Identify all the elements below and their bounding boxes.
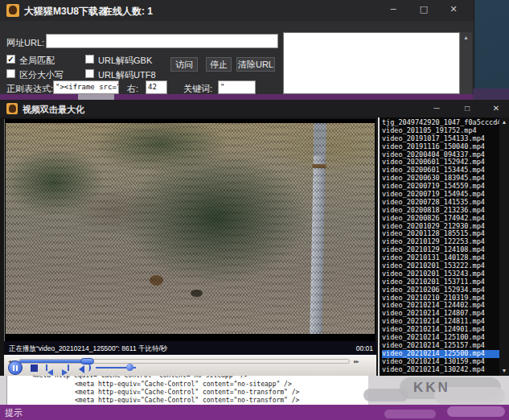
list-item[interactable]: video_20191116_150040.mp4 <box>382 143 499 151</box>
list-item[interactable]: video_20200826_174942.mp4 <box>382 215 499 223</box>
list-item[interactable]: video_20210214_125100.mp4 <box>382 334 499 342</box>
checkbox-case-sensitive[interactable] <box>6 69 15 78</box>
keyword-label: 关键词: <box>183 83 212 95</box>
code-line: <meta http-equiv="Cache-Control" content… <box>7 389 368 397</box>
seek-progress <box>19 360 85 363</box>
keyword-input[interactable]: " <box>218 80 256 94</box>
watermark-blob <box>363 389 408 401</box>
stop-playback-button[interactable] <box>31 364 38 372</box>
checkbox-global-match-label: 全局匹配 <box>19 55 55 67</box>
regex-label: 正则表达式: <box>6 83 53 95</box>
list-item[interactable]: video_20191017_154133.mp4 <box>382 135 499 143</box>
strip-segment <box>78 94 114 100</box>
checkbox-url-decode-gbk-label: URL解码GBK <box>98 55 152 67</box>
clear-url-button[interactable]: 清除URL <box>236 57 275 72</box>
minimize-icon[interactable]: ─ <box>425 100 449 117</box>
gorilla-app-icon <box>6 103 18 114</box>
video-titlebar[interactable]: 视频双击最大化 ─ □ ✕ <box>0 100 509 117</box>
player-control-bar: ◀◀ ▶▶ <box>4 355 376 376</box>
list-item[interactable]: video_20210214_125500.mp4 <box>382 350 499 358</box>
list-item[interactable]: video_20210214_124807.mp4 <box>382 310 499 318</box>
checkbox-global-match[interactable]: ✓ <box>6 55 15 64</box>
video-window-title: 视频双击最大化 <box>23 104 84 116</box>
list-item[interactable]: video_20210201_153711.mp4 <box>382 278 499 286</box>
url-input[interactable] <box>46 34 278 48</box>
list-item[interactable]: video_20210201_153222.mp4 <box>382 262 499 270</box>
list-item[interactable]: video_20210201_153243.mp4 <box>382 270 499 278</box>
elapsed-time: 00:01 <box>356 344 373 352</box>
maximize-icon[interactable]: □ <box>455 100 479 117</box>
volume-thumb[interactable] <box>126 364 133 371</box>
video-file-list[interactable]: tjg_2049742920_1047_f0a5cccd49video_2011… <box>378 117 509 376</box>
main-window-title: 大猩猩M3U8下载器 <box>24 5 108 19</box>
status-bar-label: 提示 <box>5 407 23 419</box>
results-textarea[interactable] <box>283 32 460 94</box>
watermark-blob <box>384 410 436 418</box>
list-item[interactable]: video_20210214_124901.mp4 <box>382 326 499 334</box>
main-window-bottom-strip <box>0 94 474 100</box>
regex-input[interactable]: "><iframe src=" <box>53 80 119 94</box>
online-count-label: 在线人数: 1 <box>103 5 153 19</box>
list-item[interactable]: video_20201029_212930.mp4 <box>382 223 499 231</box>
now-playing-text: 正在播放“video_20210214_125500”: 8611 千比特/秒 <box>9 344 167 354</box>
results-scrollbar[interactable]: ▲ <box>460 32 472 94</box>
code-line: <meta http-equiv="Cache-Control" content… <box>7 381 368 389</box>
code-line-clipped: <meta http-equiv="Cache-Control" content… <box>7 397 368 403</box>
desktop: 大猩猩M3U8下载器 在线人数: 1 ─ □ ✕ 网址URL: ▲ ✓ 全局匹配… <box>0 0 509 420</box>
list-item[interactable]: video_20200719_154559.mp4 <box>382 183 499 191</box>
status-bar: 提示 <box>0 405 509 420</box>
scroll-up-icon[interactable]: ▲ <box>499 119 509 125</box>
pause-button[interactable] <box>8 360 23 375</box>
seek-forward-icon[interactable]: ▶▶ <box>354 359 359 364</box>
volume-icon[interactable] <box>79 364 90 372</box>
checkbox-case-sensitive-label: 区分大小写 <box>19 69 64 81</box>
mesh-net-overlay <box>6 123 375 334</box>
list-item[interactable]: video_20201128_185515.mp4 <box>382 230 499 238</box>
list-item[interactable]: video_20210210_210319.mp4 <box>382 294 499 303</box>
list-item[interactable]: video_20210131_140128.mp4 <box>382 254 499 262</box>
list-item[interactable]: video_20210214_124402.mp4 <box>382 302 499 310</box>
html-source-panel[interactable]: <meta http-equiv="Cache-Control" content… <box>6 376 368 405</box>
list-item[interactable]: video_20210214_124811.mp4 <box>382 318 499 326</box>
list-item[interactable]: video_20200630_183945.mp4 <box>382 175 499 183</box>
close-icon[interactable]: ✕ <box>441 0 466 19</box>
list-item[interactable]: video_20210214_130159.mp4 <box>382 358 499 366</box>
watermark-text: KKN <box>413 380 450 396</box>
list-item[interactable]: video_20200728_141535.mp4 <box>382 199 499 207</box>
file-list-scrollbar[interactable]: ▲ ▼ <box>499 117 509 376</box>
video-window: 视频双击最大化 ─ □ ✕ 正在播放“video_20210214_125500… <box>0 100 509 376</box>
video-frame <box>6 123 375 334</box>
scroll-down-icon[interactable]: ▼ <box>499 368 509 373</box>
list-item[interactable]: video_20210129_124108.mp4 <box>382 246 499 254</box>
list-item[interactable]: video_20210206_152934.mp4 <box>382 286 499 294</box>
url-label: 网址URL: <box>6 37 44 49</box>
list-item[interactable]: tjg_2049742920_1047_f0a5cccd49 <box>382 119 499 127</box>
list-item[interactable]: video_20200719_154945.mp4 <box>382 191 499 199</box>
close-icon[interactable]: ✕ <box>484 100 508 117</box>
list-item[interactable]: video_20210129_122253.mp4 <box>382 238 499 246</box>
watermark-blob <box>447 406 505 417</box>
checkbox-url-decode-utf8[interactable] <box>85 69 94 78</box>
main-window: 大猩猩M3U8下载器 在线人数: 1 ─ □ ✕ 网址URL: ▲ ✓ 全局匹配… <box>0 0 474 94</box>
list-item[interactable]: video_20200601_153445.mp4 <box>382 167 499 175</box>
checkbox-url-decode-utf8-label: URL解码UTF8 <box>98 69 156 81</box>
list-item[interactable]: video_20200404_094337.mp4 <box>382 151 499 159</box>
playback-status-bar: 正在播放“video_20210214_125500”: 8611 千比特/秒 … <box>4 341 376 355</box>
checkbox-url-decode-gbk[interactable] <box>85 55 94 64</box>
list-item[interactable]: video_201105_191752.mp4 <box>382 127 499 135</box>
seek-bar[interactable] <box>18 359 350 364</box>
maximize-icon[interactable]: □ <box>412 0 436 19</box>
main-titlebar[interactable]: 大猩猩M3U8下载器 在线人数: 1 ─ □ ✕ <box>0 0 474 21</box>
list-item[interactable]: video_20200601_152942.mp4 <box>382 159 499 167</box>
bottom-panel: <meta http-equiv="Cache-Control" content… <box>0 376 509 405</box>
scroll-up-icon[interactable]: ▲ <box>460 35 472 40</box>
list-item[interactable]: video_20210214_130242.mp4 <box>382 366 499 374</box>
visit-button[interactable]: 访问 <box>170 57 198 72</box>
video-display[interactable] <box>4 119 376 341</box>
right-offset-input[interactable]: 42 <box>146 80 167 94</box>
list-item[interactable]: video_20200818_213236.mp4 <box>382 207 499 215</box>
list-item[interactable]: video_20210214_125157.mp4 <box>382 342 499 350</box>
stop-button[interactable]: 停止 <box>206 57 232 72</box>
minimize-icon[interactable]: ─ <box>381 0 405 19</box>
right-offset-label: 右: <box>127 83 138 95</box>
